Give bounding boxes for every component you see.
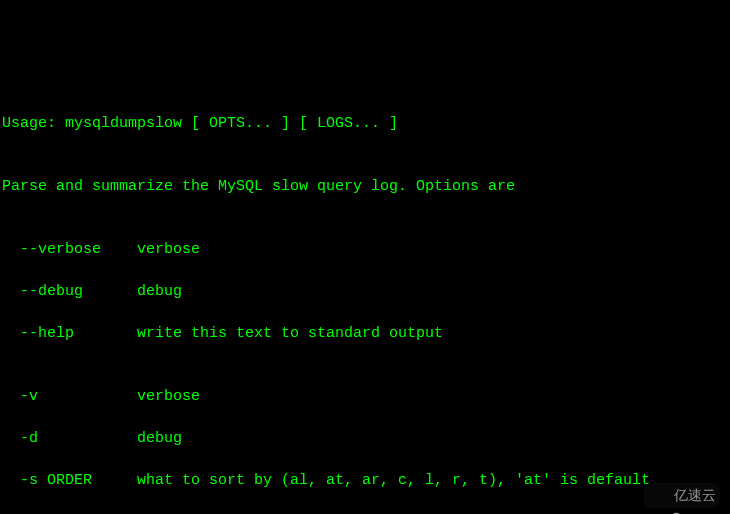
- option-v: -v verbose: [2, 386, 728, 407]
- usage-line: Usage: mysqldumpslow [ OPTS... ] [ LOGS.…: [2, 113, 728, 134]
- watermark: 亿速云: [644, 483, 720, 508]
- watermark-text: 亿速云: [674, 485, 716, 506]
- terminal-output: Usage: mysqldumpslow [ OPTS... ] [ LOGS.…: [0, 84, 730, 514]
- option-help-long: --help write this text to standard outpu…: [2, 323, 728, 344]
- option-verbose-long: --verbose verbose: [2, 239, 728, 260]
- cloud-icon: [648, 487, 670, 505]
- description-line: Parse and summarize the MySQL slow query…: [2, 176, 728, 197]
- option-d: -d debug: [2, 428, 728, 449]
- option-s: -s ORDER what to sort by (al, at, ar, c,…: [2, 470, 728, 491]
- option-debug-long: --debug debug: [2, 281, 728, 302]
